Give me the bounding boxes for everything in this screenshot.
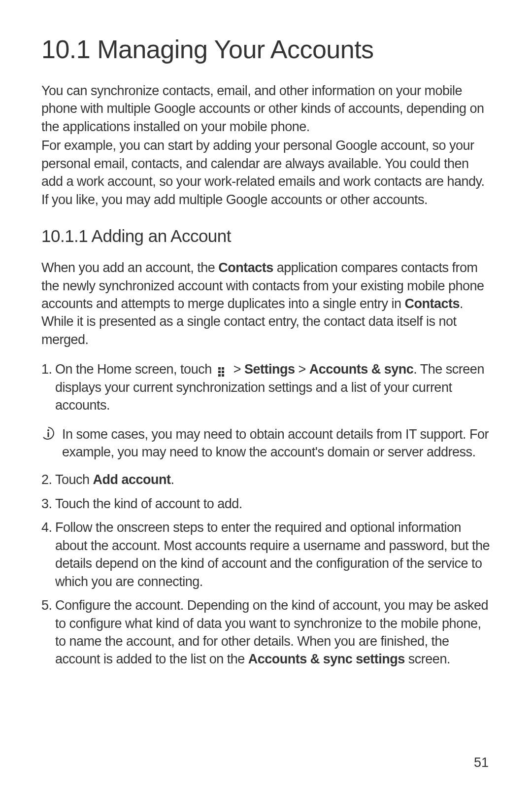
bold-text: Accounts & sync settings xyxy=(248,652,405,666)
svg-rect-1 xyxy=(222,367,224,370)
step-3: 3. Touch the kind of account to add. xyxy=(41,495,491,513)
page-number: 51 xyxy=(474,755,489,770)
text-fragment: screen. xyxy=(405,652,450,666)
text-fragment: . xyxy=(171,472,174,487)
text-fragment: On the Home screen, touch xyxy=(55,362,215,377)
bold-text: Contacts xyxy=(404,296,460,311)
bold-text: Contacts xyxy=(218,260,273,275)
svg-rect-8 xyxy=(48,432,49,437)
note-text: In some cases, you may need to obtain ac… xyxy=(62,425,491,461)
svg-rect-4 xyxy=(222,371,224,373)
subsection-paragraph: When you add an account, the Contacts ap… xyxy=(41,259,491,348)
text-fragment: Touch xyxy=(55,472,93,487)
step-number: 1. xyxy=(41,360,52,378)
step-1: 1. On the Home screen, touch > Settings … xyxy=(41,360,491,414)
svg-rect-6 xyxy=(222,374,224,377)
intro-paragraph-2: For example, you can start by adding you… xyxy=(41,137,491,208)
step-2: 2. Touch Add account. xyxy=(41,471,491,488)
bold-text: Add account xyxy=(93,472,171,487)
intro-paragraph-1: You can synchronize contacts, email, and… xyxy=(41,82,491,136)
bold-text: Settings xyxy=(244,362,295,377)
svg-rect-0 xyxy=(218,367,221,370)
text-fragment: > xyxy=(230,362,244,377)
step-number: 4. xyxy=(41,519,52,536)
info-icon xyxy=(41,426,55,440)
svg-point-7 xyxy=(47,429,49,431)
steps-list: 1. On the Home screen, touch > Settings … xyxy=(41,360,491,414)
apps-grid-icon xyxy=(217,364,228,375)
text-fragment: When you add an account, the xyxy=(41,260,218,275)
note-block: In some cases, you may need to obtain ac… xyxy=(41,425,491,461)
svg-rect-3 xyxy=(218,371,221,373)
step-4: 4. Follow the onscreen steps to enter th… xyxy=(41,519,491,590)
step-5: 5. Configure the account. Depending on t… xyxy=(41,596,491,668)
subsection-heading: 10.1.1 Adding an Account xyxy=(41,226,491,246)
svg-rect-5 xyxy=(218,374,221,377)
text-fragment: Touch the kind of account to add. xyxy=(55,496,242,511)
step-number: 5. xyxy=(41,596,52,614)
step-number: 3. xyxy=(41,495,52,513)
text-fragment: Follow the onscreen steps to enter the r… xyxy=(55,520,490,589)
text-fragment: > xyxy=(295,362,309,377)
bold-text: Accounts & sync xyxy=(309,362,414,377)
section-heading: 10.1 Managing Your Accounts xyxy=(41,35,491,64)
step-number: 2. xyxy=(41,471,52,488)
steps-list-cont: 2. Touch Add account. 3. Touch the kind … xyxy=(41,471,491,668)
